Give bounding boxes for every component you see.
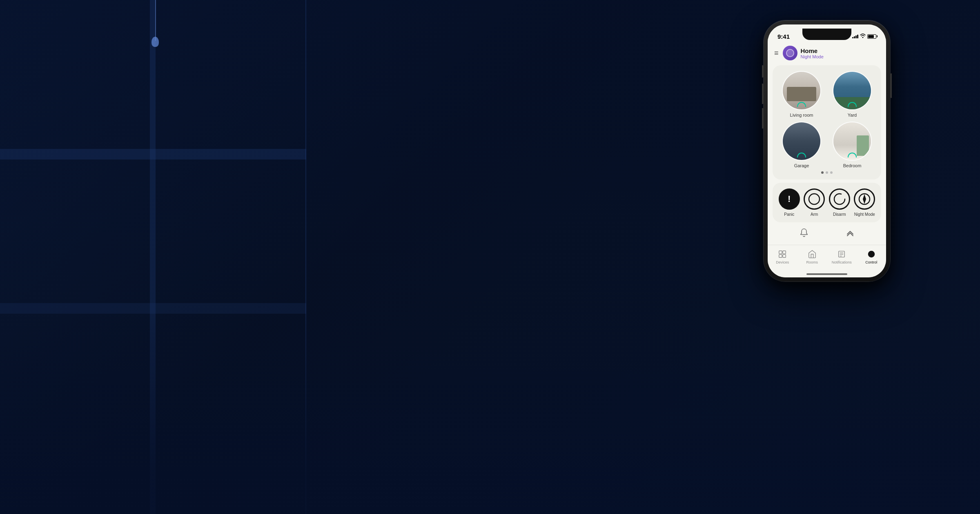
- disarm-button[interactable]: [829, 188, 850, 210]
- tab-notifications[interactable]: Notifications: [827, 248, 857, 264]
- svg-rect-3: [779, 251, 782, 254]
- tab-notifications-label: Notifications: [832, 260, 852, 264]
- panic-button[interactable]: !: [779, 188, 800, 210]
- night-button[interactable]: [854, 188, 875, 210]
- room-card-garage[interactable]: Garage: [778, 122, 825, 168]
- disarm-label: Disarm: [833, 212, 846, 217]
- power-button: [890, 73, 892, 98]
- home-info: Home Night Mode: [783, 46, 824, 60]
- room-status-living: [797, 102, 806, 107]
- mute-button: [762, 65, 764, 78]
- home-title: Home: [801, 47, 824, 54]
- status-time: 9:41: [777, 33, 790, 40]
- rooms-section: Living room Yard: [773, 65, 881, 179]
- volume-up-button: [762, 84, 764, 104]
- tab-rooms-label: Rooms: [806, 260, 818, 264]
- arm-button[interactable]: [804, 188, 825, 210]
- tab-devices[interactable]: Devices: [768, 248, 797, 264]
- volume-down-button: [762, 108, 764, 128]
- arm-label: Arm: [811, 212, 818, 217]
- pagination-dots: [778, 171, 875, 174]
- panic-label: Panic: [784, 212, 794, 217]
- room-status-garage: [797, 153, 806, 157]
- tab-rooms-icon-wrap: [807, 249, 817, 259]
- tab-control[interactable]: Control: [857, 248, 886, 264]
- room-label-living: Living room: [790, 113, 813, 117]
- tab-control-icon-wrap: [866, 249, 876, 259]
- room-status-yard: [848, 102, 857, 107]
- furniture-overlay: [0, 310, 980, 514]
- rooms-icon: [808, 250, 817, 259]
- battery-icon: [867, 34, 876, 39]
- phone-frame: 9:41: [764, 20, 890, 281]
- disarm-icon: [833, 192, 846, 206]
- svg-rect-6: [783, 255, 786, 257]
- pagination-dot-2: [826, 171, 828, 174]
- room-thumbnail-bedroom: [833, 122, 872, 161]
- tab-devices-label: Devices: [776, 260, 789, 264]
- arm-control[interactable]: Arm: [804, 188, 825, 217]
- pagination-dot-1: [821, 171, 824, 174]
- rooms-grid: Living room Yard: [778, 71, 875, 168]
- room-thumbnail-living: [782, 71, 821, 110]
- room-label-bedroom: Bedroom: [843, 163, 862, 168]
- status-icons: [852, 33, 876, 39]
- home-avatar: [783, 46, 797, 60]
- menu-button[interactable]: ≡: [774, 49, 779, 58]
- signal-icon: [852, 34, 858, 38]
- pagination-dot-3: [830, 171, 833, 174]
- svg-point-0: [809, 194, 820, 204]
- panic-icon: !: [788, 194, 791, 204]
- night-icon: [858, 192, 871, 206]
- tab-control-label: Control: [865, 260, 877, 264]
- svg-rect-5: [779, 255, 782, 257]
- devices-icon: [778, 250, 787, 259]
- disarm-control[interactable]: Disarm: [829, 188, 850, 217]
- tab-rooms[interactable]: Rooms: [797, 248, 827, 264]
- room-card-yard[interactable]: Yard: [829, 71, 875, 117]
- svg-point-1: [834, 194, 845, 204]
- tab-bar: Devices Rooms: [768, 245, 886, 277]
- night-control[interactable]: Night Mode: [854, 188, 875, 217]
- home-text-group: Home Night Mode: [801, 47, 824, 59]
- room-label-yard: Yard: [848, 113, 857, 117]
- room-card-bedroom[interactable]: Bedroom: [829, 122, 875, 168]
- panic-control[interactable]: ! Panic: [779, 188, 800, 217]
- phone-screen: 9:41: [768, 24, 886, 277]
- chevron-up-icon[interactable]: [845, 228, 855, 240]
- light-fixture: [139, 0, 172, 73]
- security-section: ! Panic Arm: [773, 183, 881, 222]
- svg-rect-4: [783, 251, 786, 254]
- phone-device: 9:41: [764, 20, 890, 281]
- room-label-garage: Garage: [794, 163, 809, 168]
- security-controls: ! Panic Arm: [777, 188, 877, 217]
- tab-notifications-icon-wrap: [837, 249, 846, 259]
- wifi-icon: [860, 33, 866, 39]
- tab-devices-icon-wrap: [777, 249, 787, 259]
- room-thumbnail-garage: [782, 122, 821, 161]
- home-subtitle: Night Mode: [801, 54, 824, 59]
- room-thumbnail-yard: [833, 71, 872, 110]
- notch: [802, 29, 851, 40]
- quick-actions: [773, 226, 881, 243]
- room-status-bedroom: [848, 153, 857, 157]
- notifications-icon: [837, 250, 846, 259]
- svg-point-12: [870, 253, 873, 255]
- control-icon: [867, 250, 876, 259]
- arm-icon: [808, 193, 821, 206]
- bell-icon[interactable]: [799, 228, 809, 240]
- room-card-living[interactable]: Living room: [778, 71, 825, 117]
- home-indicator: [806, 273, 847, 275]
- night-label: Night Mode: [854, 212, 875, 217]
- app-header: ≡ Home Night Mode: [768, 42, 886, 64]
